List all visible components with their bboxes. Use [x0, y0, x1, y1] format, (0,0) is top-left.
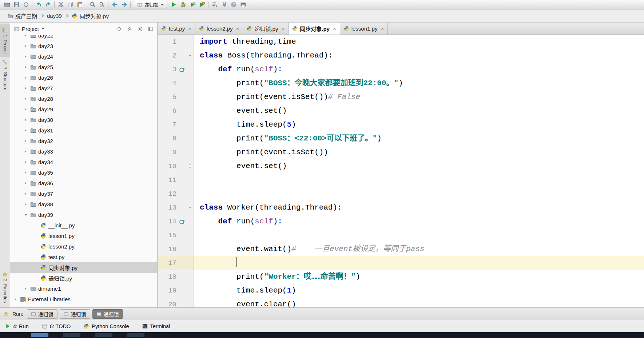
expand-arrow-icon[interactable]: [23, 35, 28, 37]
tree-item-day37[interactable]: day37: [10, 188, 157, 199]
code-line[interactable]: 9 print(event.isSet()): [158, 146, 644, 159]
expand-arrow-icon[interactable]: [23, 128, 28, 132]
replace-button[interactable]: [97, 1, 107, 9]
code-line[interactable]: 19 time.sleep(1): [158, 284, 644, 298]
bottom-bar-item-python-console[interactable]: Python Console: [84, 323, 129, 329]
expand-arrow-icon[interactable]: [23, 192, 28, 196]
forward-button[interactable]: [119, 1, 129, 9]
sync-button[interactable]: [21, 1, 31, 9]
redo-button[interactable]: [43, 1, 53, 9]
code-text[interactable]: print("BOSS：<22:00>可以下班了。"): [194, 132, 644, 146]
expand-arrow-icon[interactable]: [23, 44, 28, 48]
close-tab-icon[interactable]: ×: [381, 25, 384, 32]
expand-arrow-icon[interactable]: [23, 86, 28, 90]
tree-item-day23[interactable]: day23: [10, 41, 157, 51]
tree-item-dirname1[interactable]: dirname1: [10, 283, 157, 294]
code-text[interactable]: time.sleep(5): [194, 118, 644, 132]
undo-button[interactable]: [34, 1, 43, 9]
expand-arrow-icon[interactable]: [23, 160, 28, 164]
code-text[interactable]: time.sleep(1): [194, 284, 644, 298]
code-line[interactable]: 18 print("Worker：哎……命苦啊！"): [158, 270, 644, 284]
code-text[interactable]: [194, 228, 644, 242]
tree-item-day33[interactable]: day33: [10, 146, 157, 157]
code-text[interactable]: event.set(): [194, 104, 644, 118]
plug-button[interactable]: [219, 1, 229, 9]
expand-arrow-icon[interactable]: [23, 181, 28, 185]
code-line[interactable]: 13class Worker(threading.Thread):: [158, 201, 644, 215]
override-marker-icon[interactable]: [176, 219, 187, 225]
favorites-star-icon[interactable]: [3, 311, 9, 317]
run-tab-item[interactable]: 递归锁: [27, 309, 57, 319]
tree-item-py[interactable]: 递归锁.py: [10, 273, 157, 283]
code-line[interactable]: 12: [158, 187, 644, 201]
editor-tab-lesson1-py[interactable]: lesson1.py×: [340, 23, 388, 35]
code-text[interactable]: event.clear(): [194, 298, 644, 307]
run-tab-item[interactable]: 递归锁: [92, 309, 123, 319]
taskbar-item[interactable]: [95, 333, 112, 337]
code-line[interactable]: 11: [158, 173, 644, 187]
project-views-dropdown-icon[interactable]: [41, 28, 44, 29]
cut-button[interactable]: [56, 1, 65, 9]
tree-item-init-py[interactable]: __init__.py: [10, 220, 157, 231]
breadcrumb-item-day39[interactable]: day39: [44, 11, 65, 20]
run-button[interactable]: [169, 1, 178, 9]
taskbar-item[interactable]: [127, 333, 144, 337]
fold-marker-icon[interactable]: [187, 206, 192, 210]
code-line[interactable]: 16 event.wait()# 一旦event被设定，等同于pass: [158, 242, 644, 256]
find-button[interactable]: [88, 1, 97, 9]
code-line[interactable]: 17: [158, 256, 644, 270]
run-tab-item[interactable]: 递归锁: [60, 309, 90, 319]
tree-item-day38[interactable]: day38: [10, 199, 157, 210]
breadcrumb-item-item[interactable]: 脱产三期: [4, 11, 40, 21]
expand-arrow-icon[interactable]: [23, 150, 28, 154]
expand-arrow-icon[interactable]: [23, 107, 28, 111]
tree-item-day27[interactable]: day27: [10, 83, 157, 94]
code-line[interactable]: 1import threading,time: [158, 35, 644, 49]
code-text[interactable]: [194, 187, 644, 201]
code-line[interactable]: 8 print("BOSS：<22:00>可以下班了。"): [158, 132, 644, 146]
editor-tab-lesson2-py[interactable]: lesson2.py×: [195, 23, 243, 35]
edit-configs-button[interactable]: [210, 1, 219, 9]
code-line[interactable]: 7 time.sleep(5): [158, 118, 644, 132]
tool-window-button-7-structure[interactable]: 7: Structure: [0, 57, 10, 94]
code-line[interactable]: 3 def run(self):: [158, 63, 644, 76]
expand-arrow-icon[interactable]: [23, 76, 28, 80]
expand-arrow-icon[interactable]: [12, 297, 18, 301]
breadcrumb-item-py[interactable]: 同步对象.py: [69, 11, 112, 21]
fold-marker-icon[interactable]: [187, 53, 192, 58]
code-line[interactable]: 20 event.clear(): [158, 298, 644, 307]
taskbar-item[interactable]: [63, 333, 80, 337]
print-button[interactable]: [238, 1, 248, 9]
tree-item-lesson1-py[interactable]: lesson1.py: [10, 231, 157, 241]
code-text[interactable]: [194, 256, 644, 270]
code-text[interactable]: import threading,time: [194, 35, 644, 49]
expand-arrow-icon[interactable]: [23, 171, 28, 175]
fold-marker-icon[interactable]: [187, 164, 192, 168]
code-text[interactable]: print(event.isSet()): [194, 146, 644, 159]
coverage-button[interactable]: [188, 1, 197, 9]
code-text[interactable]: class Boss(threading.Thread):: [194, 49, 644, 63]
save-button[interactable]: [12, 1, 21, 9]
close-tab-icon[interactable]: ×: [333, 25, 336, 32]
close-tab-icon[interactable]: ×: [236, 25, 239, 32]
tree-item-py[interactable]: 同步对象.py: [10, 262, 157, 273]
tool-window-button-1-project[interactable]: 1: Project: [0, 24, 10, 57]
hide-button[interactable]: [148, 26, 154, 32]
help-button[interactable]: [229, 1, 238, 9]
back-button[interactable]: [110, 1, 119, 9]
code-text[interactable]: def run(self):: [194, 215, 644, 228]
code-text[interactable]: def run(self):: [194, 63, 644, 76]
profile-button[interactable]: [197, 1, 207, 9]
paste-button[interactable]: [75, 1, 84, 9]
bottom-bar-item-6-todo[interactable]: 6: TODO: [42, 323, 71, 329]
tree-item-lesson2-py[interactable]: lesson2.py: [10, 241, 157, 252]
tree-item-day34[interactable]: day34: [10, 157, 157, 167]
override-marker-icon[interactable]: [176, 67, 187, 73]
tree-item-test-py[interactable]: test.py: [10, 252, 157, 262]
code-line[interactable]: 10 event.set(): [158, 159, 644, 173]
tree-item-day36[interactable]: day36: [10, 178, 157, 188]
expand-arrow-icon[interactable]: [23, 118, 28, 122]
locate-button[interactable]: [116, 26, 122, 32]
tree-item-day29[interactable]: day29: [10, 104, 157, 115]
code-text[interactable]: print(event.isSet())# False: [194, 90, 644, 104]
